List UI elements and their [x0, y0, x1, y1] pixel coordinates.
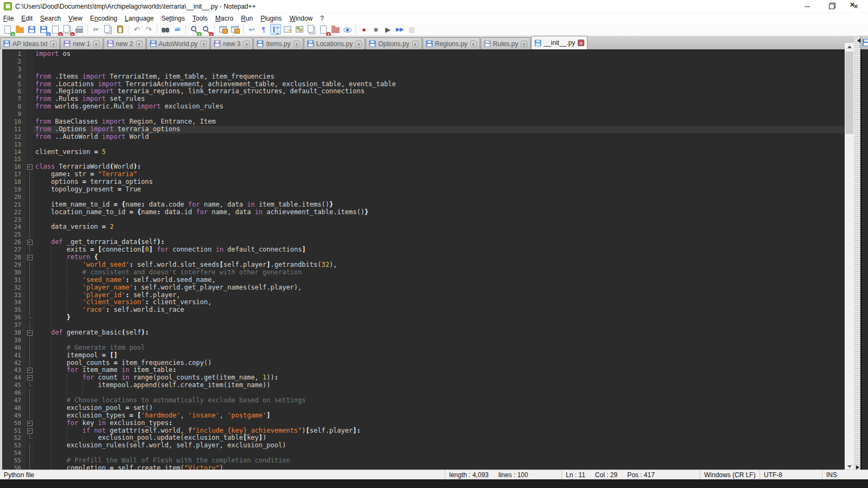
folder-as-workspace-icon[interactable] [330, 24, 341, 35]
menu-view[interactable]: View [65, 14, 86, 23]
sync-horizontal-scroll-icon[interactable] [229, 24, 240, 35]
code-line[interactable]: 19 topology_present = True [2, 186, 845, 194]
code-line[interactable]: 37 [2, 322, 845, 329]
code-line[interactable]: 6from .Regions import terraria_regions, … [2, 88, 845, 95]
tab-autoworld-py[interactable]: AutoWorld.pyx [146, 37, 210, 49]
menu-window[interactable]: Window [286, 14, 316, 23]
copy-icon[interactable] [103, 24, 113, 35]
close-tab-icon[interactable]: x [136, 41, 143, 47]
menu-tools[interactable]: Tools [189, 14, 211, 23]
menu-close-document-button[interactable]: ✕ [850, 1, 855, 9]
document-map-icon[interactable] [294, 24, 305, 35]
tab-new-3[interactable]: new 3x [210, 37, 253, 49]
code-line[interactable]: 39 [2, 337, 845, 344]
code-line[interactable]: 5from .Locations import TerrariaAchievem… [2, 81, 845, 88]
code-line[interactable]: 10from BaseClasses import Region, Entran… [2, 118, 845, 126]
tab-items-py[interactable]: Items.pyx [253, 37, 303, 49]
menu-run[interactable]: Run [238, 14, 256, 23]
menu-edit[interactable]: Edit [18, 14, 36, 23]
scrollbar-thumb[interactable] [845, 52, 853, 134]
menu-encoding[interactable]: Encoding [87, 14, 120, 23]
code-line[interactable]: 49 exclusion_types = ['hardmode', 'insan… [2, 412, 845, 420]
tab-new-2[interactable]: new 2x [104, 37, 146, 49]
code-line[interactable]: 33 'player_id': self.player, [2, 292, 845, 299]
code-line[interactable]: 2 [2, 58, 845, 66]
code-line[interactable]: 51 if not getattr(self.world, f"include_… [2, 427, 845, 435]
pane-splitter[interactable] [854, 36, 860, 479]
code-line[interactable]: 8from worlds.generic.Rules import exclus… [2, 103, 845, 111]
code-line[interactable]: 30 # consistent and doesn't interfere wi… [2, 269, 845, 277]
code-line[interactable]: 23 [2, 216, 845, 224]
code-line[interactable]: 52 exclusion_pool.update(exclusion_table… [2, 434, 845, 442]
macro-play-icon[interactable]: ▶ [382, 24, 393, 35]
paste-icon[interactable] [114, 24, 125, 35]
undo-icon[interactable]: ↶ [131, 24, 142, 35]
code-line[interactable]: 15 [2, 156, 845, 163]
close-tab-icon[interactable]: x [355, 41, 362, 47]
fold-collapse-icon[interactable] [26, 329, 34, 337]
code-line[interactable]: 42 pool_counts = item_frequencies.copy() [2, 359, 845, 367]
new-file-icon[interactable]: + [2, 24, 13, 35]
code-line[interactable]: 43 for item_name in item_table: [2, 367, 845, 374]
macro-save-icon[interactable]: ▦ [406, 24, 417, 35]
status-eol-format[interactable]: Windows (CR LF) [704, 471, 756, 479]
close-all-documents-icon[interactable]: − [62, 24, 73, 35]
show-all-characters-icon[interactable]: ¶ [258, 24, 269, 35]
close-tab-icon[interactable]: x [243, 41, 250, 47]
zoom-in-icon[interactable]: + [189, 24, 200, 35]
code-line[interactable]: 48 exclusion_pool = set() [2, 404, 845, 412]
minimize-button[interactable] [795, 0, 819, 13]
code-line[interactable]: 38 def generate_basic(self): [2, 329, 845, 337]
code-line[interactable]: 53 exclusion_rules(self.world, self.play… [2, 442, 845, 450]
code-line[interactable]: 22 location_name_to_id = {name: data.id … [2, 209, 845, 216]
code-line[interactable]: 34 'client_version': client_version, [2, 299, 845, 306]
menu-file[interactable]: File [0, 14, 17, 23]
tab-locations-py[interactable]: Locations.pyx [304, 37, 365, 49]
splitter-left-arrow-icon[interactable] [855, 38, 860, 43]
close-tab-icon[interactable]: x [50, 41, 56, 47]
fold-collapse-icon[interactable] [26, 427, 34, 435]
close-tab-icon[interactable]: x [200, 41, 207, 47]
print-icon[interactable] [74, 24, 85, 35]
status-insert-mode[interactable]: INS [826, 471, 837, 479]
tab-ap-ideas-txt[interactable]: AP Ideas.txtx [0, 37, 60, 49]
status-encoding[interactable]: UTF-8 [764, 471, 782, 479]
secondary-view-tab-sliver[interactable] [860, 36, 868, 49]
code-line[interactable]: 17 game: str = "Terraria" [2, 171, 845, 178]
code-line[interactable]: 26 def _get_terraria_data(self): [2, 239, 845, 246]
code-line[interactable]: 1import os [2, 50, 845, 58]
redo-icon[interactable]: ↷ [143, 24, 154, 35]
close-tab-icon[interactable]: x [578, 40, 584, 46]
fold-collapse-icon[interactable] [26, 420, 34, 427]
sync-vertical-scroll-icon[interactable] [218, 24, 228, 35]
replace-icon[interactable]: ab [172, 24, 183, 35]
code-line[interactable]: 47 # Choose locations to automatically e… [2, 397, 845, 404]
code-line[interactable]: 32 'player_name': self.world.get_player_… [2, 284, 845, 292]
save-all-icon[interactable]: ≡ [38, 24, 49, 35]
scrollbar-up-arrow[interactable] [845, 43, 854, 51]
code-line[interactable]: 13 [2, 141, 845, 149]
code-line[interactable]: 31 'seed_name': self.world.seed_name, [2, 277, 845, 284]
macro-stop-icon[interactable]: ■ [371, 24, 381, 35]
monitoring-eye-icon[interactable] [342, 24, 353, 35]
code-line[interactable]: 50 for key in exclusion_types: [2, 420, 845, 427]
macro-record-icon[interactable]: ● [359, 24, 369, 35]
close-tab-icon[interactable]: x [412, 41, 419, 47]
menu-search[interactable]: Search [37, 14, 64, 23]
code-line[interactable]: 35 'race': self.world.is_race [2, 306, 845, 314]
code-line[interactable]: 11from .Options import terraria_options [2, 126, 845, 133]
indent-guide-icon[interactable] [270, 24, 281, 35]
close-tab-icon[interactable]: x [293, 41, 300, 47]
function-list-icon[interactable] [282, 24, 293, 35]
code-line[interactable]: 24 data_version = 2 [2, 223, 845, 231]
menu-macro[interactable]: Macro [212, 14, 237, 23]
code-line[interactable]: 21 item_name_to_id = {name: data.code fo… [2, 201, 845, 209]
zoom-out-icon[interactable]: − [201, 24, 212, 35]
fold-collapse-icon[interactable] [26, 239, 34, 246]
code-line[interactable]: 7from .Rules import set_rules [2, 95, 845, 103]
close-tab-icon[interactable]: x [93, 41, 100, 47]
code-line[interactable]: 56 completion = self.create_item("Victor… [2, 465, 845, 470]
document-list-icon[interactable] [306, 24, 317, 35]
code-line[interactable]: 20 [2, 194, 845, 201]
fold-collapse-icon[interactable] [26, 367, 34, 374]
